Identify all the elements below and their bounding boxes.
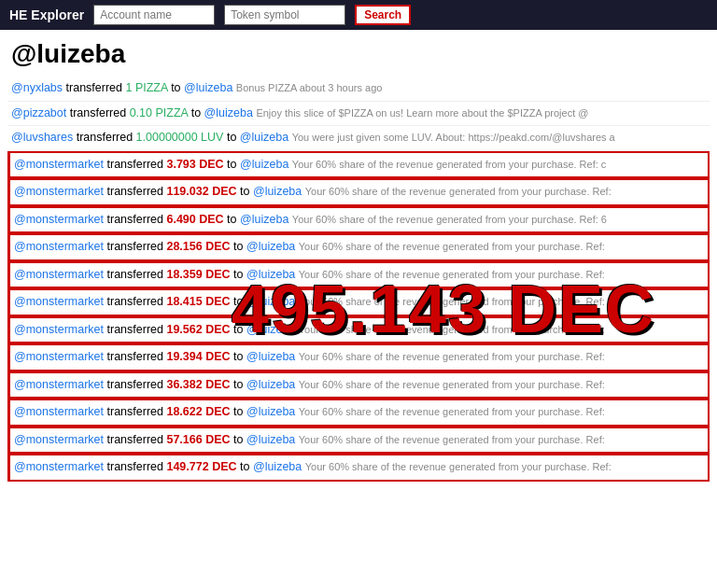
from-link[interactable]: @monstermarket: [14, 350, 104, 363]
transaction-list: @nyxlabs transferred 1 PIZZA to @luizeba…: [0, 77, 717, 482]
amount-token: 0.10 PIZZA: [130, 106, 189, 119]
to-link[interactable]: @luizeba: [246, 433, 295, 446]
amount-token: 1 PIZZA: [126, 81, 168, 94]
table-row: @monstermarket transferred 6.490 DEC to …: [7, 206, 710, 234]
action-text: transferred: [107, 185, 163, 198]
from-link[interactable]: @monstermarket: [14, 378, 104, 391]
to-link[interactable]: @luizeba: [240, 131, 288, 144]
action-text: transferred: [107, 350, 163, 363]
action-text: transferred: [107, 460, 163, 473]
table-row: @monstermarket transferred 19.562 DEC to…: [7, 316, 710, 344]
table-row: @monstermarket transferred 119.032 DEC t…: [7, 178, 710, 206]
from-link[interactable]: @monstermarket: [14, 185, 104, 198]
table-row: @luvshares transferred 1.00000000 LUV to…: [7, 126, 710, 151]
table-row: @monstermarket transferred 18.359 DEC to…: [7, 261, 710, 289]
amount-token: 6.490 DEC: [166, 213, 223, 226]
amount-token: 149.772 DEC: [166, 460, 236, 473]
to-link[interactable]: @luizeba: [246, 323, 295, 336]
action-text: transferred: [107, 240, 163, 253]
amount-token: 119.032 DEC: [166, 185, 236, 198]
amount-token: 19.394 DEC: [166, 350, 230, 363]
action-text: transferred: [107, 295, 163, 308]
search-button[interactable]: Search: [355, 5, 411, 25]
action-text: transferred: [107, 378, 163, 391]
table-row: @monstermarket transferred 19.394 DEC to…: [7, 343, 710, 371]
amount-token: 18.359 DEC: [166, 268, 230, 281]
from-link[interactable]: @monstermarket: [14, 158, 104, 171]
from-link[interactable]: @monstermarket: [14, 295, 104, 308]
to-link[interactable]: @luizeba: [246, 295, 295, 308]
memo-text: Your 60% share of the revenue generated …: [292, 214, 607, 225]
page-title: @luizeba: [0, 30, 717, 77]
amount-token: 28.156 DEC: [166, 240, 230, 253]
amount-token: 3.793 DEC: [166, 158, 223, 171]
to-link[interactable]: @luizeba: [246, 350, 295, 363]
action-text: transferred: [107, 405, 163, 418]
from-link[interactable]: @nyxlabs: [11, 81, 63, 94]
memo-text: You were just given some LUV. About: htt…: [292, 132, 615, 143]
table-row: @monstermarket transferred 28.156 DEC to…: [7, 233, 710, 261]
memo-text: Enjoy this slice of $PIZZA on us! Learn …: [256, 107, 588, 119]
to-link[interactable]: @luizeba: [253, 460, 302, 473]
memo-text: Your 60% share of the revenue generated …: [299, 269, 605, 280]
from-link[interactable]: @monstermarket: [14, 213, 104, 226]
action-text: transferred: [77, 131, 133, 144]
from-link[interactable]: @monstermarket: [14, 323, 104, 336]
memo-text: Your 60% share of the revenue generated …: [299, 296, 605, 307]
to-link[interactable]: @luizeba: [246, 405, 295, 418]
table-row: @monstermarket transferred 18.622 DEC to…: [7, 399, 710, 427]
to-link[interactable]: @luizeba: [246, 268, 295, 281]
table-row: @monstermarket transferred 57.166 DEC to…: [7, 427, 710, 455]
memo-text: Your 60% share of the revenue generated …: [299, 241, 605, 252]
account-input[interactable]: [93, 5, 215, 25]
action-text: transferred: [107, 268, 163, 281]
to-link[interactable]: @luizeba: [240, 158, 288, 171]
action-text: transferred: [107, 323, 163, 336]
memo-text: Your 60% share of the revenue generated …: [305, 461, 612, 472]
table-row: @monstermarket transferred 36.382 DEC to…: [7, 371, 710, 399]
memo-text: Your 60% share of the revenue generated …: [299, 434, 605, 445]
memo-text: Your 60% share of the revenue generated …: [299, 351, 605, 362]
amount-token: 1.00000000 LUV: [136, 131, 224, 144]
from-link[interactable]: @pizzabot: [11, 106, 66, 119]
memo-text: Bonus PIZZA about 3 hours ago: [236, 82, 383, 93]
token-input[interactable]: [224, 5, 345, 25]
memo-text: Your 60% share of the revenue generated …: [299, 406, 605, 417]
from-link[interactable]: @monstermarket: [14, 240, 104, 253]
table-row: @nyxlabs transferred 1 PIZZA to @luizeba…: [7, 77, 710, 102]
action-text: transferred: [70, 106, 126, 119]
memo-text: Your 60% share of the revenue generated …: [305, 186, 612, 197]
logo: HE Explorer: [9, 7, 84, 22]
from-link[interactable]: @monstermarket: [14, 405, 104, 418]
memo-text: Your 60% share of the revenue generated …: [299, 379, 605, 390]
from-link[interactable]: @monstermarket: [14, 460, 104, 473]
to-link[interactable]: @luizeba: [246, 378, 295, 391]
table-row: @monstermarket transferred 3.793 DEC to …: [7, 151, 710, 179]
amount-token: 18.415 DEC: [166, 295, 230, 308]
amount-token: 19.562 DEC: [166, 323, 230, 336]
to-link[interactable]: @luizeba: [253, 185, 302, 198]
amount-token: 18.622 DEC: [166, 405, 230, 418]
from-link[interactable]: @luvshares: [11, 131, 73, 144]
action-text: transferred: [107, 433, 163, 446]
table-row: @pizzabot transferred 0.10 PIZZA to @lui…: [7, 102, 710, 127]
action-text: transferred: [66, 81, 122, 94]
amount-token: 57.166 DEC: [166, 433, 230, 446]
header: HE Explorer Search: [0, 0, 717, 30]
table-row: @monstermarket transferred 149.772 DEC t…: [7, 454, 710, 482]
to-link[interactable]: @luizeba: [184, 81, 232, 94]
from-link[interactable]: @monstermarket: [14, 268, 104, 281]
memo-text: Your 60% share of the revenue generated …: [292, 159, 607, 170]
amount-token: 36.382 DEC: [166, 378, 230, 391]
to-link[interactable]: @luizeba: [246, 240, 295, 253]
from-link[interactable]: @monstermarket: [14, 433, 104, 446]
action-text: transferred: [107, 213, 163, 226]
to-link[interactable]: @luizeba: [240, 213, 288, 226]
to-link[interactable]: @luizeba: [204, 106, 253, 119]
memo-text: Your 60% share of the revenue generated …: [299, 324, 605, 335]
table-row: @monstermarket transferred 18.415 DEC to…: [7, 288, 710, 316]
action-text: transferred: [107, 158, 163, 171]
